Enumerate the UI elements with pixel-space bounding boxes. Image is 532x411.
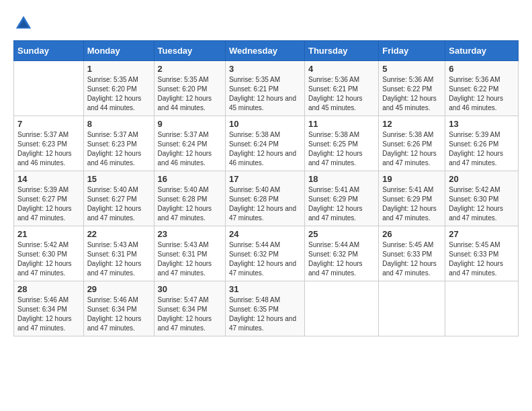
calendar-week-row: 7 Sunrise: 5:37 AMSunset: 6:23 PMDayligh… xyxy=(14,116,519,171)
day-number: 10 xyxy=(229,119,301,129)
calendar-cell: 9 Sunrise: 5:37 AMSunset: 6:24 PMDayligh… xyxy=(154,116,225,171)
day-info: Sunrise: 5:43 AMSunset: 6:31 PMDaylight:… xyxy=(158,240,222,278)
day-number: 11 xyxy=(308,119,375,129)
day-number: 31 xyxy=(229,284,301,294)
calendar-cell: 2 Sunrise: 5:35 AMSunset: 6:20 PMDayligh… xyxy=(154,61,225,116)
calendar-week-row: 21 Sunrise: 5:42 AMSunset: 6:30 PMDaylig… xyxy=(14,226,519,281)
day-info: Sunrise: 5:38 AMSunset: 6:26 PMDaylight:… xyxy=(382,130,441,168)
day-info: Sunrise: 5:47 AMSunset: 6:34 PMDaylight:… xyxy=(158,295,222,333)
day-of-week-header: Tuesday xyxy=(154,41,225,61)
day-info: Sunrise: 5:43 AMSunset: 6:31 PMDaylight:… xyxy=(87,240,150,278)
calendar-cell: 26 Sunrise: 5:45 AMSunset: 6:33 PMDaylig… xyxy=(379,226,445,281)
day-info: Sunrise: 5:40 AMSunset: 6:27 PMDaylight:… xyxy=(87,185,150,223)
calendar-cell: 6 Sunrise: 5:36 AMSunset: 6:22 PMDayligh… xyxy=(445,61,519,116)
day-of-week-header: Sunday xyxy=(14,41,84,61)
page-header xyxy=(13,13,519,34)
day-of-week-header: Thursday xyxy=(304,41,378,61)
day-info: Sunrise: 5:41 AMSunset: 6:29 PMDaylight:… xyxy=(382,185,441,223)
calendar-cell: 11 Sunrise: 5:38 AMSunset: 6:25 PMDaylig… xyxy=(304,116,378,171)
day-info: Sunrise: 5:48 AMSunset: 6:35 PMDaylight:… xyxy=(229,295,301,333)
day-number: 13 xyxy=(449,119,515,129)
day-info: Sunrise: 5:38 AMSunset: 6:25 PMDaylight:… xyxy=(308,130,375,168)
day-info: Sunrise: 5:41 AMSunset: 6:29 PMDaylight:… xyxy=(308,185,375,223)
day-info: Sunrise: 5:38 AMSunset: 6:24 PMDaylight:… xyxy=(229,130,301,168)
calendar-cell: 15 Sunrise: 5:40 AMSunset: 6:27 PMDaylig… xyxy=(83,171,154,226)
calendar-week-row: 14 Sunrise: 5:39 AMSunset: 6:27 PMDaylig… xyxy=(14,171,519,226)
calendar-cell: 25 Sunrise: 5:44 AMSunset: 6:32 PMDaylig… xyxy=(304,226,378,281)
calendar-body: 1 Sunrise: 5:35 AMSunset: 6:20 PMDayligh… xyxy=(14,61,519,336)
generalblue-icon xyxy=(13,13,34,34)
day-info: Sunrise: 5:36 AMSunset: 6:22 PMDaylight:… xyxy=(449,75,515,113)
day-info: Sunrise: 5:44 AMSunset: 6:32 PMDaylight:… xyxy=(308,240,375,278)
calendar-cell xyxy=(14,61,84,116)
calendar-cell xyxy=(304,281,378,336)
day-number: 26 xyxy=(382,229,441,239)
day-info: Sunrise: 5:45 AMSunset: 6:33 PMDaylight:… xyxy=(449,240,515,278)
day-number: 12 xyxy=(382,119,441,129)
calendar-cell: 14 Sunrise: 5:39 AMSunset: 6:27 PMDaylig… xyxy=(14,171,84,226)
calendar-cell: 30 Sunrise: 5:47 AMSunset: 6:34 PMDaylig… xyxy=(154,281,225,336)
calendar-cell: 23 Sunrise: 5:43 AMSunset: 6:31 PMDaylig… xyxy=(154,226,225,281)
calendar-cell: 3 Sunrise: 5:35 AMSunset: 6:21 PMDayligh… xyxy=(225,61,304,116)
calendar-week-row: 28 Sunrise: 5:46 AMSunset: 6:34 PMDaylig… xyxy=(14,281,519,336)
day-number: 24 xyxy=(229,229,301,239)
day-number: 14 xyxy=(17,174,80,184)
day-info: Sunrise: 5:46 AMSunset: 6:34 PMDaylight:… xyxy=(87,295,150,333)
day-info: Sunrise: 5:36 AMSunset: 6:21 PMDaylight:… xyxy=(308,75,375,113)
calendar-table: SundayMondayTuesdayWednesdayThursdayFrid… xyxy=(13,40,519,336)
day-number: 28 xyxy=(17,284,80,294)
calendar-cell: 10 Sunrise: 5:38 AMSunset: 6:24 PMDaylig… xyxy=(225,116,304,171)
day-number: 18 xyxy=(308,174,375,184)
day-info: Sunrise: 5:46 AMSunset: 6:34 PMDaylight:… xyxy=(17,295,80,333)
day-number: 16 xyxy=(158,174,222,184)
day-number: 21 xyxy=(17,229,80,239)
logo xyxy=(13,13,36,34)
day-number: 17 xyxy=(229,174,301,184)
calendar-cell: 24 Sunrise: 5:44 AMSunset: 6:32 PMDaylig… xyxy=(225,226,304,281)
day-number: 15 xyxy=(87,174,150,184)
day-info: Sunrise: 5:44 AMSunset: 6:32 PMDaylight:… xyxy=(229,240,301,278)
day-number: 5 xyxy=(382,64,441,74)
day-number: 2 xyxy=(158,64,222,74)
calendar-cell xyxy=(379,281,445,336)
calendar-cell: 7 Sunrise: 5:37 AMSunset: 6:23 PMDayligh… xyxy=(14,116,84,171)
day-info: Sunrise: 5:35 AMSunset: 6:20 PMDaylight:… xyxy=(87,75,150,113)
day-info: Sunrise: 5:42 AMSunset: 6:30 PMDaylight:… xyxy=(449,185,515,223)
day-number: 20 xyxy=(449,174,515,184)
day-info: Sunrise: 5:40 AMSunset: 6:28 PMDaylight:… xyxy=(158,185,222,223)
calendar-cell: 1 Sunrise: 5:35 AMSunset: 6:20 PMDayligh… xyxy=(83,61,154,116)
calendar-cell: 31 Sunrise: 5:48 AMSunset: 6:35 PMDaylig… xyxy=(225,281,304,336)
day-of-week-header: Saturday xyxy=(445,41,519,61)
calendar-cell: 29 Sunrise: 5:46 AMSunset: 6:34 PMDaylig… xyxy=(83,281,154,336)
day-info: Sunrise: 5:35 AMSunset: 6:21 PMDaylight:… xyxy=(229,75,301,113)
calendar-cell: 13 Sunrise: 5:39 AMSunset: 6:26 PMDaylig… xyxy=(445,116,519,171)
calendar-week-row: 1 Sunrise: 5:35 AMSunset: 6:20 PMDayligh… xyxy=(14,61,519,116)
day-number: 1 xyxy=(87,64,150,74)
day-number: 29 xyxy=(87,284,150,294)
calendar-cell: 27 Sunrise: 5:45 AMSunset: 6:33 PMDaylig… xyxy=(445,226,519,281)
day-number: 23 xyxy=(158,229,222,239)
day-info: Sunrise: 5:45 AMSunset: 6:33 PMDaylight:… xyxy=(382,240,441,278)
day-number: 30 xyxy=(158,284,222,294)
day-of-week-header: Wednesday xyxy=(225,41,304,61)
calendar-cell: 28 Sunrise: 5:46 AMSunset: 6:34 PMDaylig… xyxy=(14,281,84,336)
calendar-cell: 16 Sunrise: 5:40 AMSunset: 6:28 PMDaylig… xyxy=(154,171,225,226)
day-number: 19 xyxy=(382,174,441,184)
day-of-week-header: Friday xyxy=(379,41,445,61)
day-number: 6 xyxy=(449,64,515,74)
day-info: Sunrise: 5:37 AMSunset: 6:23 PMDaylight:… xyxy=(17,130,80,168)
day-number: 9 xyxy=(158,119,222,129)
day-info: Sunrise: 5:39 AMSunset: 6:27 PMDaylight:… xyxy=(17,185,80,223)
day-info: Sunrise: 5:36 AMSunset: 6:22 PMDaylight:… xyxy=(382,75,441,113)
calendar-cell: 22 Sunrise: 5:43 AMSunset: 6:31 PMDaylig… xyxy=(83,226,154,281)
day-info: Sunrise: 5:37 AMSunset: 6:24 PMDaylight:… xyxy=(158,130,222,168)
calendar-cell: 8 Sunrise: 5:37 AMSunset: 6:23 PMDayligh… xyxy=(83,116,154,171)
day-number: 3 xyxy=(229,64,301,74)
calendar-cell: 21 Sunrise: 5:42 AMSunset: 6:30 PMDaylig… xyxy=(14,226,84,281)
day-number: 22 xyxy=(87,229,150,239)
day-number: 25 xyxy=(308,229,375,239)
day-of-week-header: Monday xyxy=(83,41,154,61)
day-number: 8 xyxy=(87,119,150,129)
calendar-cell: 17 Sunrise: 5:40 AMSunset: 6:28 PMDaylig… xyxy=(225,171,304,226)
calendar-cell xyxy=(445,281,519,336)
